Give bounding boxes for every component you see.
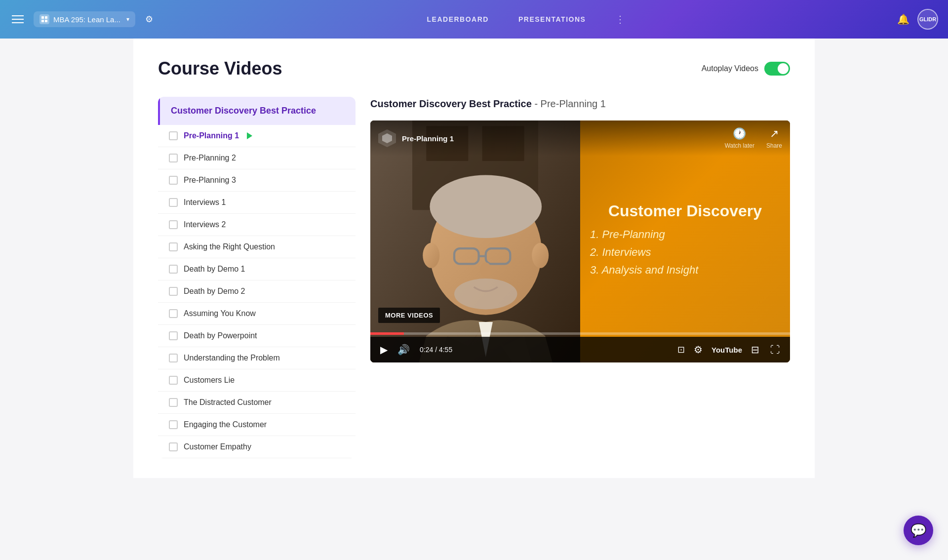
item-label-death-by-powerpoint: Death by Powerpoint bbox=[184, 331, 257, 340]
progress-fill bbox=[370, 332, 404, 335]
checkbox-interviews-2[interactable] bbox=[169, 220, 178, 229]
checkbox-distracted-customer[interactable] bbox=[169, 398, 178, 407]
sidebar-item-distracted-customer[interactable]: The Distracted Customer bbox=[158, 392, 356, 414]
autoplay-label: Autoplay Videos bbox=[702, 64, 758, 73]
nav-presentations[interactable]: PRESENTATIONS bbox=[518, 15, 586, 23]
svg-rect-2 bbox=[41, 20, 44, 22]
chat-bubble[interactable]: 💬 bbox=[904, 516, 933, 545]
chevron-down-icon: ▾ bbox=[126, 16, 129, 23]
sidebar-item-understanding-problem[interactable]: Understanding the Problem bbox=[158, 347, 356, 369]
clock-icon: 🕐 bbox=[733, 127, 746, 140]
checkbox-assuming-you-know[interactable] bbox=[169, 309, 178, 318]
tab-label: MBA 295: Lean La... bbox=[53, 15, 120, 24]
slide-list: 1. Pre-Planning 2. Interviews 3. Analysi… bbox=[590, 228, 780, 281]
video-controls: ▶ 🔊 0:24 / 4:55 ⊡ ⚙ YouTube ⊟ ⛶ bbox=[370, 337, 790, 362]
checkbox-understanding-problem[interactable] bbox=[169, 354, 178, 362]
sidebar-item-death-by-powerpoint[interactable]: Death by Powerpoint bbox=[158, 325, 356, 347]
item-label-understanding-problem: Understanding the Problem bbox=[184, 354, 280, 362]
autoplay-toggle[interactable] bbox=[764, 62, 790, 76]
sidebar-item-assuming-you-know[interactable]: Assuming You Know bbox=[158, 303, 356, 325]
sidebar-item-interviews-1[interactable]: Interviews 1 bbox=[158, 192, 356, 214]
item-label-interviews-1: Interviews 1 bbox=[184, 198, 226, 207]
video-section-label: Customer Discovery Best Practice bbox=[370, 98, 532, 109]
svg-point-16 bbox=[480, 263, 491, 277]
sidebar-section-header: Customer Discovery Best Practice bbox=[158, 97, 356, 125]
sidebar-items-list: Pre-Planning 1Pre-Planning 2Pre-Planning… bbox=[158, 125, 356, 458]
sidebar-item-pre-planning-3[interactable]: Pre-Planning 3 bbox=[158, 169, 356, 192]
item-label-assuming-you-know: Assuming You Know bbox=[184, 309, 256, 318]
fullscreen-button[interactable]: ⛶ bbox=[768, 342, 782, 358]
slide-item-3: 3. Analysis and Insight bbox=[590, 264, 780, 277]
nav-leaderboard[interactable]: LEADERBOARD bbox=[427, 15, 489, 23]
yt-actions: 🕐 Watch later ↗ Share bbox=[725, 127, 782, 149]
notifications-button[interactable]: 🔔 bbox=[897, 13, 909, 25]
nav-more-icon[interactable]: ⋮ bbox=[615, 13, 625, 25]
svg-point-12 bbox=[430, 175, 542, 238]
checkbox-engaging-customer[interactable] bbox=[169, 420, 178, 429]
content-layout: Customer Discovery Best Practice Pre-Pla… bbox=[158, 97, 790, 458]
youtube-logo: YouTube bbox=[711, 346, 742, 354]
slide-item-2: 2. Interviews bbox=[590, 246, 780, 259]
checkbox-customer-empathy[interactable] bbox=[169, 442, 178, 451]
video-thumbnail[interactable]: Customer Discovery 1. Pre-Planning 2. In… bbox=[370, 120, 790, 362]
cast-button[interactable]: ⊟ bbox=[749, 342, 761, 358]
item-label-pre-planning-1: Pre-Planning 1 bbox=[184, 131, 239, 140]
svg-point-17 bbox=[454, 279, 517, 309]
checkbox-death-by-demo-1[interactable] bbox=[169, 265, 178, 274]
item-label-death-by-demo-1: Death by Demo 1 bbox=[184, 265, 245, 274]
hamburger-menu[interactable] bbox=[10, 13, 26, 25]
video-progress-bar[interactable] bbox=[370, 332, 790, 335]
page-header: Course Videos Autoplay Videos bbox=[158, 58, 790, 79]
page-title: Course Videos bbox=[158, 58, 282, 79]
checkbox-pre-planning-2[interactable] bbox=[169, 154, 178, 162]
item-label-asking-right-question: Asking the Right Question bbox=[184, 242, 275, 251]
item-label-interviews-2: Interviews 2 bbox=[184, 220, 226, 229]
sidebar-item-asking-right-question[interactable]: Asking the Right Question bbox=[158, 236, 356, 258]
play-button[interactable]: ▶ bbox=[378, 342, 390, 358]
sidebar-item-death-by-demo-2[interactable]: Death by Demo 2 bbox=[158, 280, 356, 303]
sidebar-item-customer-empathy[interactable]: Customer Empathy bbox=[158, 436, 356, 458]
sidebar-item-pre-planning-1[interactable]: Pre-Planning 1 bbox=[158, 125, 356, 147]
avatar[interactable]: GLIDR bbox=[917, 9, 938, 30]
watch-later-button[interactable]: 🕐 Watch later bbox=[725, 127, 754, 149]
settings-video-button[interactable]: ⚙ bbox=[692, 342, 705, 358]
toggle-knob bbox=[778, 63, 789, 74]
share-button[interactable]: ↗ Share bbox=[766, 127, 782, 149]
autoplay-section: Autoplay Videos bbox=[702, 62, 790, 76]
app-header: MBA 295: Lean La... ▾ ⚙ LEADERBOARD PRES… bbox=[0, 0, 948, 39]
settings-button[interactable]: ⚙ bbox=[143, 12, 155, 27]
checkbox-customers-lie[interactable] bbox=[169, 376, 178, 385]
chat-icon: 💬 bbox=[910, 523, 926, 538]
svg-point-19 bbox=[532, 243, 549, 268]
volume-button[interactable]: 🔊 bbox=[395, 342, 412, 358]
share-label: Share bbox=[766, 142, 782, 149]
yt-video-label: Pre-Planning 1 bbox=[402, 134, 454, 143]
svg-rect-3 bbox=[45, 20, 47, 22]
sidebar-item-interviews-2[interactable]: Interviews 2 bbox=[158, 214, 356, 236]
yt-logo-icon bbox=[378, 129, 396, 147]
cc-icon[interactable]: ⊡ bbox=[677, 344, 685, 355]
course-sidebar: Customer Discovery Best Practice Pre-Pla… bbox=[158, 97, 356, 458]
video-top-bar: Pre-Planning 1 🕐 Watch later ↗ Share bbox=[370, 120, 790, 156]
checkbox-pre-planning-3[interactable] bbox=[169, 176, 178, 185]
sidebar-item-customers-lie[interactable]: Customers Lie bbox=[158, 369, 356, 392]
video-container: Customer Discovery 1. Pre-Planning 2. In… bbox=[370, 120, 790, 362]
checkbox-death-by-powerpoint[interactable] bbox=[169, 331, 178, 340]
time-display: 0:24 / 4:55 bbox=[420, 346, 452, 354]
video-subtitle: Pre-Planning 1 bbox=[541, 98, 606, 109]
main-content: Course Videos Autoplay Videos Customer D… bbox=[133, 39, 815, 478]
svg-point-18 bbox=[423, 243, 439, 268]
item-label-pre-planning-3: Pre-Planning 3 bbox=[184, 176, 236, 185]
more-videos-badge[interactable]: MORE VIDEOS bbox=[378, 308, 440, 323]
checkbox-pre-planning-1[interactable] bbox=[169, 131, 178, 140]
item-label-distracted-customer: The Distracted Customer bbox=[184, 398, 272, 407]
main-nav: LEADERBOARD PRESENTATIONS ⋮ bbox=[165, 13, 887, 25]
checkbox-death-by-demo-2[interactable] bbox=[169, 287, 178, 296]
sidebar-item-engaging-customer[interactable]: Engaging the Customer bbox=[158, 414, 356, 436]
sidebar-item-death-by-demo-1[interactable]: Death by Demo 1 bbox=[158, 258, 356, 280]
share-icon: ↗ bbox=[770, 127, 779, 140]
sidebar-item-pre-planning-2[interactable]: Pre-Planning 2 bbox=[158, 147, 356, 169]
checkbox-asking-right-question[interactable] bbox=[169, 242, 178, 251]
course-tab[interactable]: MBA 295: Lean La... ▾ bbox=[34, 11, 135, 27]
checkbox-interviews-1[interactable] bbox=[169, 198, 178, 207]
